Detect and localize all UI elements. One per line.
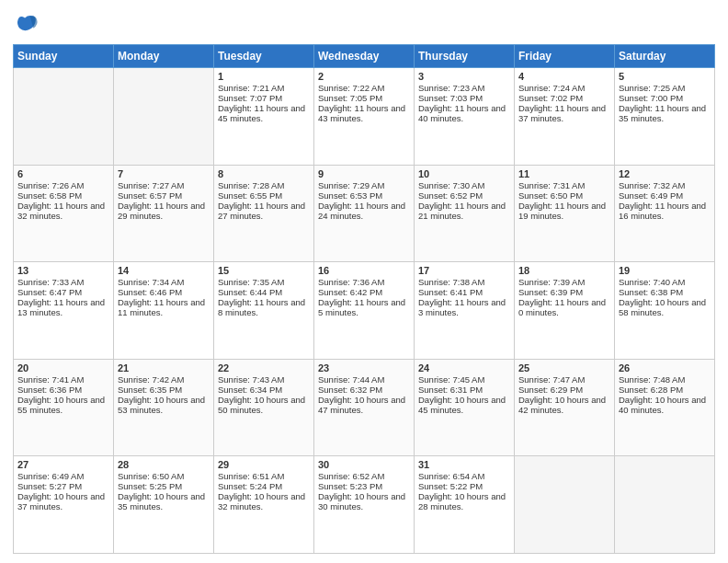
- sunrise-text: Sunrise: 7:30 AM: [418, 180, 510, 190]
- day-number: 20: [17, 362, 109, 373]
- day-number: 1: [218, 71, 310, 82]
- day-number: 21: [118, 362, 210, 373]
- day-number: 7: [118, 168, 210, 179]
- sunrise-text: Sunrise: 7:36 AM: [318, 277, 410, 287]
- calendar-cell: 10Sunrise: 7:30 AMSunset: 6:52 PMDayligh…: [415, 165, 515, 262]
- calendar-cell: 2Sunrise: 7:22 AMSunset: 7:05 PMDaylight…: [314, 68, 415, 166]
- sunrise-text: Sunrise: 6:50 AM: [118, 471, 210, 481]
- sunset-text: Sunset: 7:02 PM: [518, 93, 610, 103]
- sunset-text: Sunset: 5:23 PM: [318, 481, 410, 491]
- day-number: 14: [118, 265, 210, 276]
- day-number: 17: [418, 265, 510, 276]
- column-header-monday: Monday: [114, 45, 214, 68]
- week-row-5: 27Sunrise: 6:49 AMSunset: 5:27 PMDayligh…: [14, 456, 715, 554]
- daylight-text: Daylight: 11 hours and 16 minutes.: [619, 201, 711, 221]
- daylight-text: Daylight: 11 hours and 0 minutes.: [518, 297, 610, 317]
- day-number: 3: [418, 71, 510, 82]
- day-number: 5: [619, 71, 711, 82]
- sunrise-text: Sunrise: 7:28 AM: [218, 180, 310, 190]
- calendar-cell: 12Sunrise: 7:32 AMSunset: 6:49 PMDayligh…: [615, 165, 715, 262]
- sunrise-text: Sunrise: 7:23 AM: [418, 83, 510, 93]
- daylight-text: Daylight: 11 hours and 32 minutes.: [17, 201, 109, 221]
- sunset-text: Sunset: 6:47 PM: [17, 287, 109, 297]
- sunrise-text: Sunrise: 7:43 AM: [218, 374, 310, 385]
- calendar-cell: 28Sunrise: 6:50 AMSunset: 5:25 PMDayligh…: [114, 456, 214, 554]
- calendar-cell: [615, 456, 715, 554]
- day-number: 13: [17, 265, 109, 276]
- day-number: 23: [318, 362, 410, 373]
- day-number: 15: [218, 265, 310, 276]
- calendar-cell: 19Sunrise: 7:40 AMSunset: 6:38 PMDayligh…: [615, 262, 715, 360]
- daylight-text: Daylight: 10 hours and 58 minutes.: [619, 297, 711, 317]
- sunrise-text: Sunrise: 7:38 AM: [418, 277, 510, 287]
- daylight-text: Daylight: 11 hours and 11 minutes.: [118, 297, 210, 317]
- daylight-text: Daylight: 11 hours and 45 minutes.: [218, 103, 310, 123]
- calendar-cell: 8Sunrise: 7:28 AMSunset: 6:55 PMDaylight…: [214, 165, 314, 262]
- sunset-text: Sunset: 6:58 PM: [17, 190, 109, 201]
- sunset-text: Sunset: 7:05 PM: [318, 93, 410, 103]
- daylight-text: Daylight: 11 hours and 13 minutes.: [17, 297, 109, 317]
- sunset-text: Sunset: 5:24 PM: [218, 481, 310, 491]
- daylight-text: Daylight: 10 hours and 32 minutes.: [218, 491, 310, 511]
- day-number: 30: [318, 459, 410, 470]
- sunrise-text: Sunrise: 7:40 AM: [619, 277, 711, 287]
- day-number: 31: [418, 459, 510, 470]
- sunset-text: Sunset: 6:57 PM: [118, 190, 210, 201]
- daylight-text: Daylight: 11 hours and 40 minutes.: [418, 103, 510, 123]
- daylight-text: Daylight: 11 hours and 19 minutes.: [518, 201, 610, 221]
- sunset-text: Sunset: 7:07 PM: [218, 93, 310, 103]
- week-row-4: 20Sunrise: 7:41 AMSunset: 6:36 PMDayligh…: [14, 359, 715, 456]
- daylight-text: Daylight: 11 hours and 5 minutes.: [318, 297, 410, 317]
- day-number: 6: [17, 168, 109, 179]
- sunset-text: Sunset: 6:29 PM: [518, 385, 610, 395]
- sunset-text: Sunset: 6:36 PM: [17, 385, 109, 395]
- sunset-text: Sunset: 6:35 PM: [118, 385, 210, 395]
- calendar-cell: 30Sunrise: 6:52 AMSunset: 5:23 PMDayligh…: [314, 456, 415, 554]
- sunrise-text: Sunrise: 7:22 AM: [318, 83, 410, 93]
- daylight-text: Daylight: 10 hours and 35 minutes.: [118, 491, 210, 511]
- sunset-text: Sunset: 7:00 PM: [619, 93, 711, 103]
- sunrise-text: Sunrise: 7:42 AM: [118, 374, 210, 385]
- calendar-cell: 24Sunrise: 7:45 AMSunset: 6:31 PMDayligh…: [415, 359, 515, 456]
- calendar-cell: 20Sunrise: 7:41 AMSunset: 6:36 PMDayligh…: [14, 359, 114, 456]
- column-header-sunday: Sunday: [14, 45, 114, 68]
- calendar-cell: 3Sunrise: 7:23 AMSunset: 7:03 PMDaylight…: [415, 68, 515, 166]
- week-row-2: 6Sunrise: 7:26 AMSunset: 6:58 PMDaylight…: [14, 165, 715, 262]
- sunset-text: Sunset: 6:31 PM: [418, 385, 510, 395]
- page-container: SundayMondayTuesdayWednesdayThursdayFrid…: [0, 0, 728, 563]
- column-header-wednesday: Wednesday: [314, 45, 415, 68]
- sunset-text: Sunset: 6:53 PM: [318, 190, 410, 201]
- daylight-text: Daylight: 10 hours and 53 minutes.: [118, 395, 210, 415]
- day-number: 2: [318, 71, 410, 82]
- sunrise-text: Sunrise: 6:51 AM: [218, 471, 310, 481]
- calendar-cell: 7Sunrise: 7:27 AMSunset: 6:57 PMDaylight…: [114, 165, 214, 262]
- calendar-cell: [14, 68, 114, 166]
- header-row: SundayMondayTuesdayWednesdayThursdayFrid…: [14, 45, 715, 68]
- sunrise-text: Sunrise: 7:21 AM: [218, 83, 310, 93]
- calendar-cell: 11Sunrise: 7:31 AMSunset: 6:50 PMDayligh…: [515, 165, 615, 262]
- sunrise-text: Sunrise: 7:29 AM: [318, 180, 410, 190]
- daylight-text: Daylight: 10 hours and 30 minutes.: [318, 491, 410, 511]
- calendar-cell: 14Sunrise: 7:34 AMSunset: 6:46 PMDayligh…: [114, 262, 214, 360]
- daylight-text: Daylight: 10 hours and 37 minutes.: [17, 491, 109, 511]
- day-number: 25: [518, 362, 610, 373]
- calendar-cell: 4Sunrise: 7:24 AMSunset: 7:02 PMDaylight…: [515, 68, 615, 166]
- sunrise-text: Sunrise: 7:44 AM: [318, 374, 410, 385]
- sunset-text: Sunset: 6:46 PM: [118, 287, 210, 297]
- sunset-text: Sunset: 6:38 PM: [619, 287, 711, 297]
- day-number: 24: [418, 362, 510, 373]
- week-row-3: 13Sunrise: 7:33 AMSunset: 6:47 PMDayligh…: [14, 262, 715, 360]
- logo: [13, 11, 42, 37]
- sunset-text: Sunset: 6:55 PM: [218, 190, 310, 201]
- week-row-1: 1Sunrise: 7:21 AMSunset: 7:07 PMDaylight…: [14, 68, 715, 166]
- daylight-text: Daylight: 10 hours and 40 minutes.: [619, 395, 711, 415]
- daylight-text: Daylight: 10 hours and 47 minutes.: [318, 395, 410, 415]
- sunset-text: Sunset: 6:39 PM: [518, 287, 610, 297]
- sunrise-text: Sunrise: 7:48 AM: [619, 374, 711, 385]
- day-number: 22: [218, 362, 310, 373]
- sunrise-text: Sunrise: 7:34 AM: [118, 277, 210, 287]
- sunrise-text: Sunrise: 7:24 AM: [518, 83, 610, 93]
- day-number: 26: [619, 362, 711, 373]
- day-number: 18: [518, 265, 610, 276]
- sunset-text: Sunset: 6:32 PM: [318, 385, 410, 395]
